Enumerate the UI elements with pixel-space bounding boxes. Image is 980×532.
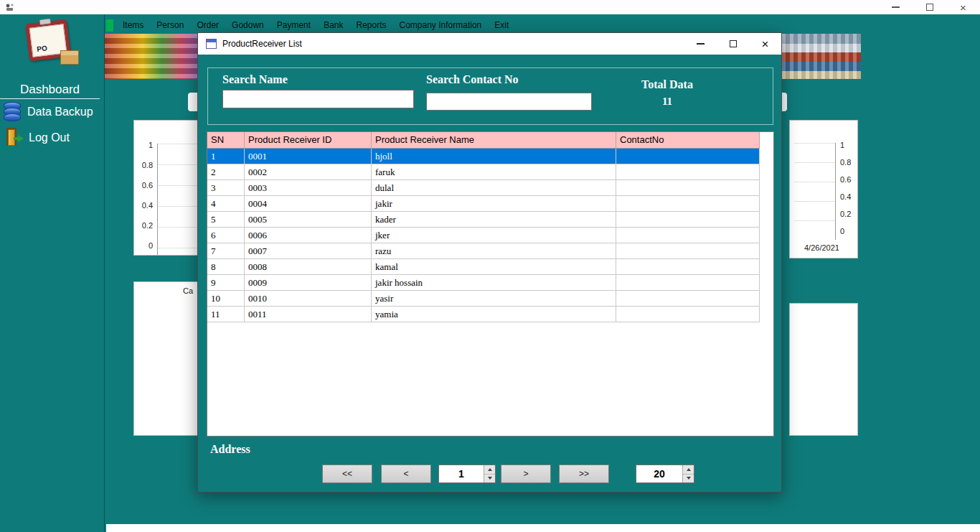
- sidebar: PO Dashboard Data Backup Log Out: [0, 14, 105, 532]
- table-cell: 5: [207, 212, 245, 228]
- sidebar-item-data-backup[interactable]: Data Backup: [4, 102, 93, 121]
- sidebar-item-log-out[interactable]: Log Out: [5, 128, 70, 147]
- app-logo: PO: [19, 20, 82, 66]
- maximize-button[interactable]: [913, 0, 946, 14]
- table-cell: 0011: [245, 307, 372, 322]
- menu-item-items[interactable]: Items: [116, 19, 150, 32]
- grid-header-row: SNProduct Receiver IDProduct Receiver Na…: [207, 132, 773, 149]
- table-cell: 0005: [245, 212, 372, 228]
- table-cell: 2: [207, 164, 245, 180]
- search-contact-input[interactable]: [426, 93, 592, 111]
- page-number-input[interactable]: 1: [438, 465, 496, 483]
- table-row[interactable]: 70007razu: [207, 243, 773, 259]
- table-cell: 0001: [245, 149, 372, 164]
- grid-header-cell[interactable]: ContactNo: [616, 132, 760, 149]
- table-cell: razu: [372, 243, 616, 259]
- prev-page-button[interactable]: <: [381, 465, 431, 483]
- dialog-close-button[interactable]: ×: [749, 33, 781, 55]
- dialog-title: ProductReceiver List: [222, 39, 302, 49]
- table-row[interactable]: 110011yamia: [207, 307, 773, 322]
- table-cell: 4: [207, 196, 245, 212]
- table-cell: 0006: [245, 228, 372, 243]
- table-row[interactable]: 20002faruk: [207, 164, 773, 180]
- table-cell: jker: [372, 228, 616, 243]
- table-cell: 6: [207, 228, 245, 243]
- dashboard-panel-bottom-left: Ca: [133, 281, 199, 436]
- table-cell: 8: [207, 259, 245, 275]
- grid-header-cell[interactable]: Product Receiver Name: [372, 132, 616, 149]
- table-row[interactable]: 30003dulal: [207, 180, 773, 196]
- table-cell: 0008: [245, 259, 372, 275]
- panel-label: Ca: [183, 286, 193, 295]
- axis-tick-label: 0: [134, 241, 153, 250]
- menu-item-order[interactable]: Order: [190, 19, 225, 32]
- next-page-button[interactable]: >: [501, 465, 551, 483]
- axis-tick-label: 0.8: [840, 158, 856, 167]
- page-spin-up-button[interactable]: [484, 465, 495, 475]
- table-cell: 0010: [245, 291, 372, 307]
- table-cell: [616, 243, 760, 259]
- axis-tick-label: 0: [840, 227, 856, 235]
- total-data-label: Total Data: [617, 78, 717, 91]
- table-cell: [616, 291, 760, 307]
- table-cell: 3: [207, 180, 245, 196]
- logo-text: PO: [37, 44, 48, 53]
- table-cell: [616, 275, 760, 291]
- table-cell: [616, 164, 760, 180]
- menu-item-payment[interactable]: Payment: [270, 19, 317, 32]
- page-size-input[interactable]: 20: [636, 465, 694, 483]
- main-titlebar: ×: [0, 0, 980, 14]
- menu-active-indicator: [106, 19, 113, 32]
- table-cell: [616, 307, 760, 322]
- table-cell: 11: [207, 307, 245, 322]
- axis-tick-label: 0.6: [134, 181, 153, 190]
- menu-item-company-information[interactable]: Company Information: [393, 19, 489, 32]
- table-cell: [616, 180, 760, 196]
- table-row[interactable]: 90009jakir hossain: [207, 275, 773, 291]
- table-cell: 0007: [245, 243, 372, 259]
- table-cell: jakir hossain: [372, 275, 616, 291]
- axis-tick-label: 0.2: [134, 221, 153, 230]
- size-spin-down-button[interactable]: [683, 475, 694, 483]
- first-page-button[interactable]: <<: [322, 465, 372, 483]
- page-spin-down-button[interactable]: [484, 475, 495, 483]
- size-spin-up-button[interactable]: [683, 465, 694, 475]
- menu-item-bank[interactable]: Bank: [317, 19, 349, 32]
- search-name-input[interactable]: [222, 90, 414, 108]
- close-button[interactable]: ×: [946, 0, 980, 14]
- grid-header-cell[interactable]: SN: [207, 132, 245, 149]
- page-size-value: 20: [636, 465, 682, 482]
- table-row[interactable]: 40004jakir: [207, 196, 773, 212]
- table-row[interactable]: 50005kader: [207, 212, 773, 228]
- dashboard-underline: [0, 98, 100, 99]
- menu-item-exit[interactable]: Exit: [488, 19, 515, 32]
- menu-item-reports[interactable]: Reports: [349, 19, 392, 32]
- menu-item-person[interactable]: Person: [150, 19, 190, 32]
- table-cell: 9: [207, 275, 245, 291]
- axis-tick-label: 0.8: [134, 161, 153, 169]
- sidebar-item-dashboard[interactable]: Dashboard: [0, 83, 100, 97]
- grid-header-cell[interactable]: Product Receiver ID: [245, 132, 372, 149]
- database-icon: [4, 102, 21, 121]
- axis-tick-label: 0.4: [840, 192, 856, 201]
- package-box-icon: [60, 50, 79, 65]
- table-row[interactable]: 10001hjoll: [207, 149, 773, 164]
- table-cell: [616, 228, 760, 243]
- dashboard-panel-bottom-right: [789, 303, 858, 436]
- table-row[interactable]: 100010yasir: [207, 291, 773, 307]
- right-chart-ticks: 10.80.60.40.20: [837, 141, 856, 235]
- menu-item-godown[interactable]: Godown: [225, 19, 270, 32]
- table-row[interactable]: 80008kamal: [207, 259, 773, 275]
- total-data-block: Total Data 11: [617, 78, 717, 108]
- total-data-value: 11: [617, 95, 717, 108]
- status-strip: [106, 524, 980, 532]
- minimize-button[interactable]: [879, 0, 913, 14]
- table-cell: faruk: [372, 164, 616, 180]
- table-row[interactable]: 60006jker: [207, 228, 773, 243]
- table-cell: 7: [207, 243, 245, 259]
- dialog-productreceiver-list: ProductReceiver List × Search Name Searc…: [197, 32, 782, 493]
- dialog-minimize-button[interactable]: [684, 33, 717, 55]
- table-cell: yamia: [372, 307, 616, 322]
- last-page-button[interactable]: >>: [559, 465, 609, 483]
- dialog-maximize-button[interactable]: [717, 33, 749, 55]
